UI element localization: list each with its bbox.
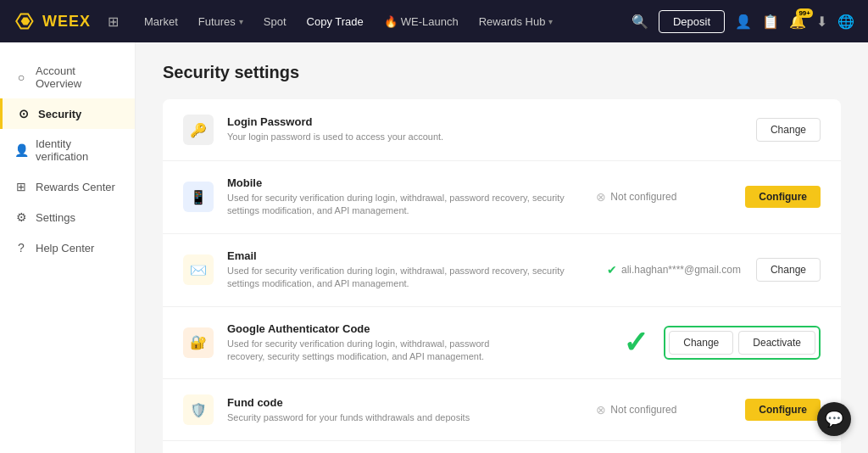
deposit-button[interactable]: Deposit (659, 10, 725, 33)
google-auth-title: Google Authenticator Code (227, 322, 501, 335)
email-status-icon: ✔ (607, 263, 617, 277)
nav-market[interactable]: Market (136, 10, 186, 33)
login-password-change-button[interactable]: Change (756, 118, 821, 142)
main-content: Security settings 🔑 Login Password Your … (136, 42, 868, 453)
email-icon: ✉️ (183, 254, 214, 285)
login-password-title: Login Password (227, 115, 593, 128)
google-auth-content: Google Authenticator Code Used for secur… (227, 322, 501, 364)
google-auth-highlight-box: ✓ Change Deactivate (664, 326, 821, 360)
google-auth-actions: ✓ Change Deactivate (664, 326, 821, 360)
notifications-button[interactable]: 🔔 99+ (789, 14, 806, 30)
sidebar-item-help[interactable]: ? Help Center (0, 232, 135, 263)
profile-button[interactable]: 👤 (735, 14, 752, 30)
security-row-fund-code: 🛡️ Fund code Security password for your … (163, 379, 841, 441)
sidebar-label-rewards: Rewards Center (36, 181, 115, 193)
navbar: WEEX ⊞ Market Futures ▾ Spot Copy Trade … (0, 0, 868, 42)
mobile-status: ⊗ Not configured (596, 190, 732, 204)
security-icon: ⊙ (16, 107, 31, 120)
email-status-text: ali.haghan****@gmail.com (621, 264, 741, 276)
fund-code-status-text: Not configured (610, 404, 676, 416)
fund-code-content: Fund code Security password for your fun… (227, 396, 582, 424)
login-password-icon: 🔑 (183, 115, 214, 145)
login-password-desc: Your login password is used to access yo… (227, 131, 593, 143)
nav-copy-trade[interactable]: Copy Trade (298, 10, 372, 33)
page-title: Security settings (163, 63, 841, 82)
google-auth-change-button[interactable]: Change (669, 331, 733, 355)
google-auth-icon: 🔐 (183, 327, 214, 358)
identity-icon: 👤 (14, 143, 29, 157)
fund-code-title: Fund code (227, 396, 582, 409)
settings-icon: ⚙ (14, 210, 29, 224)
logo-icon (14, 13, 37, 30)
sidebar-label-security: Security (38, 108, 81, 120)
sidebar-label-account-overview: Account Overview (36, 64, 121, 90)
email-change-button[interactable]: Change (756, 258, 821, 282)
security-card: 🔑 Login Password Your login password is … (163, 99, 841, 453)
mobile-configure-button[interactable]: Configure (745, 186, 821, 208)
login-password-actions: Change (756, 118, 821, 142)
google-auth-desc: Used for security verification during lo… (227, 338, 501, 364)
rewards-icon: ⊞ (14, 180, 29, 193)
logo-text: WEEX (42, 13, 91, 31)
security-row-mobile: 📱 Mobile Used for security verification … (163, 161, 841, 234)
fund-code-desc: Security password for your funds withdra… (227, 411, 582, 424)
navbar-actions: 🔍 Deposit 👤 📋 🔔 99+ ⬇ 🌐 (632, 10, 854, 33)
sidebar: ○ Account Overview ⊙ Security 👤 Identity… (0, 42, 136, 453)
login-password-content: Login Password Your login password is us… (227, 115, 593, 143)
chat-bubble[interactable]: 💬 (817, 402, 851, 436)
sidebar-item-identity[interactable]: 👤 Identity verification (0, 129, 135, 171)
mobile-actions: Configure (745, 186, 821, 208)
mobile-title: Mobile (227, 176, 582, 189)
sidebar-item-security[interactable]: ⊙ Security (0, 98, 135, 129)
email-status: ✔ ali.haghan****@gmail.com (607, 263, 743, 277)
nav-futures[interactable]: Futures ▾ (190, 10, 252, 33)
nav-we-launch[interactable]: 🔥 WE-Launch (376, 10, 467, 33)
grid-icon[interactable]: ⊞ (108, 14, 119, 30)
security-row-login-password: 🔑 Login Password Your login password is … (163, 99, 841, 161)
security-row-google-auth: 🔐 Google Authenticator Code Used for sec… (163, 307, 841, 380)
mobile-status-text: Not configured (610, 191, 676, 203)
mobile-icon: 📱 (183, 182, 214, 212)
nav-links: Market Futures ▾ Spot Copy Trade 🔥 WE-La… (136, 10, 615, 33)
mobile-content: Mobile Used for security verification du… (227, 176, 582, 218)
nav-spot[interactable]: Spot (255, 10, 295, 33)
security-row-email: ✉️ Email Used for security verification … (163, 234, 841, 307)
account-overview-icon: ○ (14, 70, 29, 84)
fund-code-status: ⊗ Not configured (596, 403, 732, 417)
google-auth-deactivate-button[interactable]: Deactivate (738, 331, 815, 355)
email-desc: Used for security verification during lo… (227, 265, 593, 291)
email-actions: Change (756, 258, 821, 282)
sidebar-item-rewards[interactable]: ⊞ Rewards Center (0, 171, 135, 202)
sidebar-label-help: Help Center (36, 242, 94, 254)
email-content: Email Used for security verification dur… (227, 249, 593, 291)
email-title: Email (227, 249, 593, 262)
download-button[interactable]: ⬇ (816, 14, 827, 30)
language-button[interactable]: 🌐 (837, 14, 854, 30)
help-icon: ? (14, 241, 29, 254)
svg-marker-1 (21, 17, 31, 25)
orders-button[interactable]: 📋 (762, 14, 779, 30)
logo[interactable]: WEEX (14, 13, 91, 31)
fund-code-actions: Configure (745, 399, 821, 421)
sidebar-item-settings[interactable]: ⚙ Settings (0, 202, 135, 232)
green-checkmark-icon: ✓ (623, 325, 648, 361)
search-button[interactable]: 🔍 (632, 14, 648, 30)
sidebar-label-settings: Settings (36, 211, 75, 224)
sidebar-item-account-overview[interactable]: ○ Account Overview (0, 56, 135, 98)
mobile-status-icon: ⊗ (596, 190, 606, 204)
nav-rewards-hub[interactable]: Rewards Hub ▾ (470, 10, 562, 33)
notification-badge: 99+ (796, 8, 813, 18)
sidebar-label-identity: Identity verification (36, 137, 121, 163)
mobile-desc: Used for security verification during lo… (227, 192, 582, 218)
fund-code-configure-button[interactable]: Configure (745, 399, 821, 421)
fund-code-status-icon: ⊗ (596, 403, 606, 417)
page-layout: ○ Account Overview ⊙ Security 👤 Identity… (0, 42, 868, 453)
fund-code-icon: 🛡️ (183, 394, 214, 425)
security-row-two-factor: 🛡️ Two-Factor Authentication Two-factor … (163, 441, 841, 453)
